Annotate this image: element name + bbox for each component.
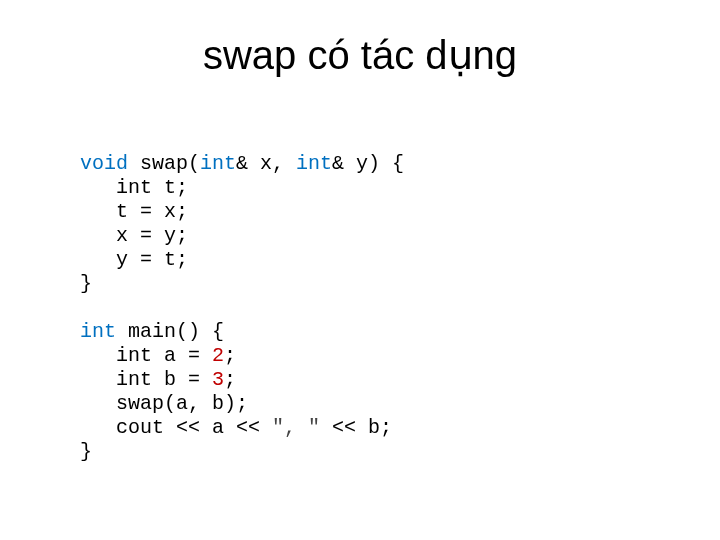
code-block: void swap(int& x, int& y) { int t; t = x… xyxy=(80,128,660,464)
number-literal: 2 xyxy=(212,344,224,367)
code-line: swap(a, b); xyxy=(80,392,248,415)
keyword-int: int xyxy=(296,152,332,175)
code-line: t = x; xyxy=(80,200,188,223)
code-line: y = t; xyxy=(80,248,188,271)
slide-title: swap có tác dụng xyxy=(60,32,660,78)
keyword-int: int xyxy=(200,152,236,175)
code-line: x = y; xyxy=(80,224,188,247)
code-line: void swap(int& x, int& y) { xyxy=(80,152,404,175)
keyword-void: void xyxy=(80,152,128,175)
code-line: int t; xyxy=(80,176,188,199)
code-line: int b = 3; xyxy=(80,368,236,391)
code-line: int main() { xyxy=(80,320,224,343)
code-line: int a = 2; xyxy=(80,344,236,367)
code-line: cout << a << ", " << b; xyxy=(80,416,392,439)
keyword-int: int xyxy=(80,320,116,343)
string-literal: ", " xyxy=(272,416,320,439)
code-line: } xyxy=(80,440,92,463)
code-line: } xyxy=(80,272,92,295)
slide: swap có tác dụng void swap(int& x, int& … xyxy=(0,0,720,540)
number-literal: 3 xyxy=(212,368,224,391)
